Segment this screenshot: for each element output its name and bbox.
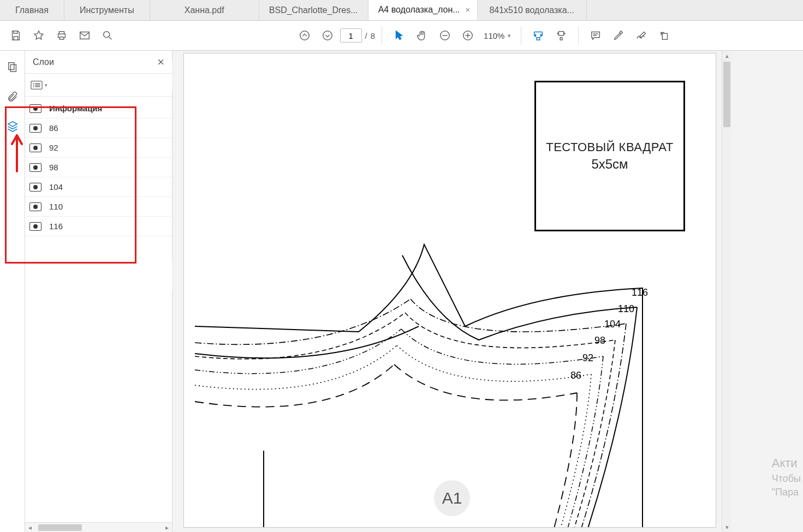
svg-point-2	[300, 31, 309, 40]
svg-rect-7	[663, 33, 668, 39]
test-square-label-2: 5x5см	[591, 156, 628, 173]
pdf-page[interactable]: ТЕСТОВЫЙ КВАДРАТ 5x5см	[183, 53, 716, 528]
layer-name: 110	[49, 202, 63, 211]
layer-name: 92	[49, 143, 58, 152]
app-tab-tools-label: Инструменты	[80, 5, 134, 15]
star-button[interactable]	[28, 25, 49, 46]
doc-tab-1-label: BSD_Charlotte_Dres...	[269, 5, 358, 15]
size-label-110: 110	[618, 303, 634, 315]
page-indicator: / 8	[340, 28, 376, 43]
layer-name: 104	[49, 182, 63, 192]
workspace: Слои × ▾ Информация 86 92	[0, 51, 803, 532]
app-tab-tools[interactable]: Инструменты	[64, 0, 150, 20]
fit-page-button[interactable]	[551, 25, 572, 46]
hand-tool[interactable]	[412, 25, 432, 46]
page-sep: /	[365, 31, 367, 40]
zoom-out-button[interactable]	[435, 25, 455, 46]
fit-width-icon	[532, 29, 544, 41]
close-icon[interactable]: ×	[466, 5, 471, 14]
doc-tab-0-label: Ханна.pdf	[185, 5, 224, 15]
select-tool[interactable]	[389, 25, 409, 46]
layers-list[interactable]: Информация 86 92 98 104 110	[25, 97, 172, 522]
zoom-value: 110%	[484, 31, 504, 40]
mail-button[interactable]	[74, 25, 95, 46]
vertical-scrollbar[interactable]: ▴ ▾	[722, 51, 731, 532]
sewing-pattern: 116 110 104 98 92 86	[195, 190, 708, 528]
layer-row[interactable]: 92	[25, 138, 172, 158]
page-tile-badge: A1	[434, 480, 470, 516]
svg-rect-9	[10, 64, 16, 71]
search-icon	[102, 29, 114, 41]
attachments-button[interactable]	[6, 90, 19, 103]
visibility-toggle[interactable]	[29, 144, 41, 152]
visibility-toggle[interactable]	[29, 163, 41, 172]
layer-row[interactable]: 110	[25, 197, 172, 217]
scroll-thumb[interactable]	[38, 524, 82, 531]
scroll-up-icon[interactable]: ▴	[725, 51, 729, 61]
comment-icon	[590, 29, 602, 41]
layer-name: 86	[49, 123, 58, 133]
signature-icon	[635, 29, 647, 41]
doc-tab-3-label: 841x510 водолазка...	[489, 5, 574, 15]
scroll-left-icon[interactable]: ◂	[25, 524, 35, 531]
size-label-92: 92	[582, 352, 593, 364]
layers-view-options[interactable]: ▾	[31, 80, 47, 90]
scroll-right-icon[interactable]: ▸	[162, 524, 172, 531]
search-button[interactable]	[97, 25, 118, 46]
layer-row[interactable]: 104	[25, 177, 172, 197]
doc-tab-0[interactable]: Ханна.pdf	[150, 0, 259, 20]
doc-tab-2[interactable]: А4 водолазка_лон... ×	[368, 0, 478, 20]
page-up-button[interactable]	[294, 25, 315, 46]
separator	[521, 26, 521, 45]
rotate-button[interactable]	[654, 25, 675, 46]
scroll-track[interactable]	[722, 61, 731, 522]
fit-width-button[interactable]	[528, 25, 549, 46]
highlight-button[interactable]	[608, 25, 629, 46]
visibility-toggle[interactable]	[29, 202, 41, 211]
layers-button[interactable]	[6, 119, 19, 133]
layers-panel-toolbar: ▾	[25, 74, 172, 97]
signature-button[interactable]	[631, 25, 652, 46]
arrow-up-circle-icon	[299, 29, 311, 41]
print-button[interactable]	[51, 25, 72, 46]
grain-line	[263, 451, 264, 527]
test-square-label-1: ТЕСТОВЫЙ КВАДРАТ	[546, 139, 674, 156]
app-tab-main[interactable]: Главная	[0, 0, 64, 20]
save-button[interactable]	[5, 25, 26, 46]
size-label-86: 86	[570, 370, 581, 381]
layer-row[interactable]: Информация	[25, 99, 172, 118]
layer-row[interactable]: 86	[25, 118, 172, 138]
close-icon[interactable]: ×	[157, 55, 164, 69]
size-label-98: 98	[594, 335, 605, 346]
visibility-toggle[interactable]	[29, 183, 41, 192]
chevron-down-icon: ▾	[508, 32, 511, 39]
visibility-toggle[interactable]	[29, 222, 41, 231]
page-down-button[interactable]	[317, 25, 338, 46]
layer-name: 98	[49, 163, 58, 172]
zoom-in-button[interactable]	[457, 25, 478, 46]
hand-icon	[416, 29, 428, 41]
doc-tab-1[interactable]: BSD_Charlotte_Dres...	[259, 0, 368, 20]
side-icon-strip	[0, 51, 25, 532]
mail-icon	[79, 29, 91, 41]
scroll-thumb[interactable]	[723, 62, 730, 127]
zoom-select[interactable]: 110% ▾	[480, 31, 514, 40]
page-current-input[interactable]	[340, 28, 362, 43]
document-area: ТЕСТОВЫЙ КВАДРАТ 5x5см	[173, 51, 803, 532]
layer-row[interactable]: 98	[25, 158, 172, 177]
doc-tab-3[interactable]: 841x510 водолазка...	[478, 0, 587, 20]
page-tile-label: A1	[442, 489, 462, 507]
tab-bar: Главная Инструменты Ханна.pdf BSD_Charlo…	[0, 0, 803, 21]
app-tab-main-label: Главная	[15, 5, 49, 15]
page-total: 8	[371, 31, 375, 40]
visibility-toggle[interactable]	[29, 104, 41, 113]
thumbnails-button[interactable]	[6, 61, 19, 74]
pattern-svg	[195, 190, 708, 528]
visibility-toggle[interactable]	[29, 124, 41, 133]
scroll-down-icon[interactable]: ▾	[725, 522, 729, 532]
layer-row[interactable]: 116	[25, 217, 172, 236]
panel-horizontal-scrollbar[interactable]: ◂ ▸	[25, 522, 172, 532]
layers-icon	[7, 120, 19, 132]
plus-circle-icon	[462, 29, 474, 41]
comment-button[interactable]	[585, 25, 606, 46]
